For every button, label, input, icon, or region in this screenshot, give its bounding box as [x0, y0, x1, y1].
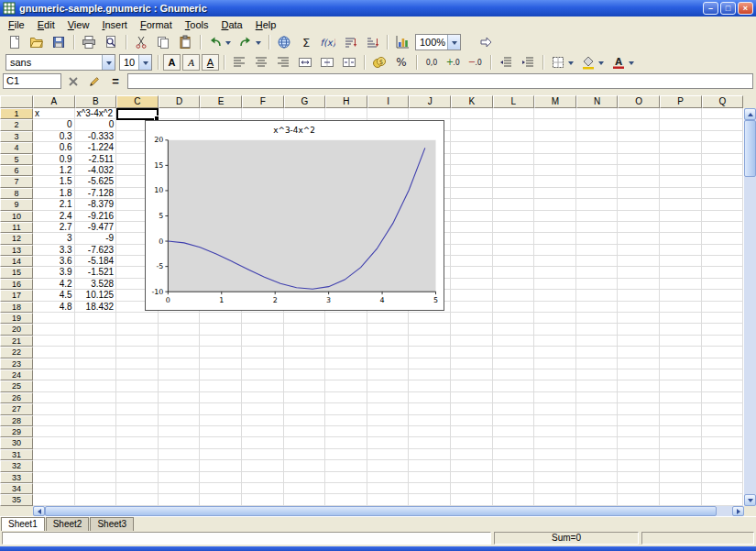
- row-header-14[interactable]: 14: [0, 256, 33, 267]
- cell-M16[interactable]: [534, 279, 576, 290]
- cell-O25[interactable]: [618, 380, 660, 391]
- cell-D32[interactable]: [159, 460, 201, 471]
- cell-P20[interactable]: [660, 324, 702, 335]
- cell-E35[interactable]: [200, 494, 242, 505]
- scroll-down-button[interactable]: [744, 494, 756, 506]
- cell-D20[interactable]: [159, 324, 201, 335]
- align-left-button[interactable]: [229, 53, 249, 72]
- cell-K28[interactable]: [451, 415, 493, 426]
- cell-N15[interactable]: [576, 267, 619, 278]
- cell-O5[interactable]: [618, 154, 660, 165]
- vertical-scroll-thumb[interactable]: [744, 120, 756, 177]
- decrease-indent-button[interactable]: [496, 53, 516, 72]
- cell-E24[interactable]: [200, 369, 242, 380]
- cell-K26[interactable]: [451, 392, 493, 403]
- cell-B33[interactable]: [75, 472, 117, 483]
- cell-Q11[interactable]: [702, 222, 744, 233]
- cell-P4[interactable]: [660, 142, 702, 153]
- cell-L27[interactable]: [493, 403, 535, 414]
- cell-J19[interactable]: [409, 313, 451, 324]
- borders-button[interactable]: [548, 53, 576, 72]
- cell-F28[interactable]: [242, 415, 284, 426]
- cell-B16[interactable]: 3.528: [75, 279, 117, 290]
- cell-P5[interactable]: [660, 154, 702, 165]
- menu-edit[interactable]: Edit: [31, 18, 61, 31]
- cell-D19[interactable]: [159, 313, 201, 324]
- cell-I35[interactable]: [367, 494, 410, 505]
- cell-G20[interactable]: [284, 324, 326, 335]
- cell-D24[interactable]: [159, 369, 201, 380]
- cell-M9[interactable]: [534, 199, 576, 210]
- cell-J30[interactable]: [409, 437, 451, 448]
- merge-cells-button[interactable]: [317, 53, 337, 72]
- cell-N33[interactable]: [576, 472, 619, 483]
- cell-F26[interactable]: [242, 392, 284, 403]
- cell-B26[interactable]: [75, 392, 117, 403]
- cell-P25[interactable]: [660, 380, 702, 391]
- cell-Q27[interactable]: [702, 403, 744, 414]
- row-header-7[interactable]: 7: [0, 176, 33, 187]
- cell-M23[interactable]: [534, 358, 576, 369]
- cell-C27[interactable]: [116, 403, 159, 414]
- cell-C19[interactable]: [116, 313, 159, 324]
- new-file-button[interactable]: [5, 33, 25, 51]
- column-header-Q[interactable]: Q: [702, 95, 744, 108]
- cell-G29[interactable]: [284, 426, 326, 437]
- cell-Q13[interactable]: [702, 245, 744, 256]
- row-header-8[interactable]: 8: [0, 188, 33, 199]
- cell-O28[interactable]: [618, 415, 660, 426]
- row-header-9[interactable]: 9: [0, 199, 33, 210]
- cell-F25[interactable]: [242, 380, 284, 391]
- cell-P1[interactable]: [660, 108, 702, 119]
- row-header-2[interactable]: 2: [0, 119, 33, 130]
- cell-L34[interactable]: [493, 483, 535, 494]
- menu-tools[interactable]: Tools: [179, 18, 215, 31]
- cell-N6[interactable]: [576, 165, 619, 176]
- cell-Q33[interactable]: [702, 472, 744, 483]
- cell-I29[interactable]: [367, 426, 410, 437]
- cell-J20[interactable]: [409, 324, 451, 335]
- row-header-17[interactable]: 17: [0, 290, 33, 301]
- cell-J33[interactable]: [409, 472, 451, 483]
- cell-Q31[interactable]: [702, 449, 744, 460]
- cell-M15[interactable]: [534, 267, 576, 278]
- cell-A19[interactable]: [33, 313, 75, 324]
- cell-C22[interactable]: [116, 347, 159, 358]
- cell-L16[interactable]: [493, 279, 535, 290]
- cell-H28[interactable]: [325, 415, 367, 426]
- cell-N12[interactable]: [576, 233, 619, 244]
- cell-D22[interactable]: [159, 347, 201, 358]
- minimize-button[interactable]: –: [703, 2, 718, 15]
- cell-B24[interactable]: [75, 369, 117, 380]
- cell-P6[interactable]: [660, 165, 702, 176]
- cell-F24[interactable]: [242, 369, 284, 380]
- cell-Q28[interactable]: [702, 415, 744, 426]
- cell-K16[interactable]: [451, 279, 493, 290]
- cell-O16[interactable]: [618, 279, 660, 290]
- cell-P29[interactable]: [660, 426, 702, 437]
- cell-H27[interactable]: [325, 403, 367, 414]
- cell-L13[interactable]: [493, 245, 535, 256]
- cell-M5[interactable]: [534, 154, 576, 165]
- cell-G21[interactable]: [284, 336, 326, 347]
- cell-I19[interactable]: [367, 313, 410, 324]
- cell-L6[interactable]: [493, 165, 535, 176]
- cell-L23[interactable]: [493, 358, 535, 369]
- cell-B6[interactable]: -4.032: [75, 165, 117, 176]
- cell-O26[interactable]: [618, 392, 660, 403]
- cell-B14[interactable]: -5.184: [75, 256, 117, 267]
- cell-E28[interactable]: [200, 415, 242, 426]
- sheet-tab-sheet2[interactable]: Sheet2: [46, 517, 90, 531]
- cell-C33[interactable]: [116, 472, 159, 483]
- cell-M35[interactable]: [534, 494, 576, 505]
- cell-C35[interactable]: [116, 494, 159, 505]
- cell-P30[interactable]: [660, 437, 702, 448]
- cell-N35[interactable]: [576, 494, 619, 505]
- cell-F20[interactable]: [242, 324, 284, 335]
- cell-H23[interactable]: [325, 358, 367, 369]
- cell-A30[interactable]: [33, 437, 75, 448]
- cell-K10[interactable]: [451, 211, 493, 222]
- font-size-combo[interactable]: 10: [119, 54, 152, 71]
- align-center-button[interactable]: [251, 53, 271, 72]
- cell-B8[interactable]: -7.128: [75, 188, 117, 199]
